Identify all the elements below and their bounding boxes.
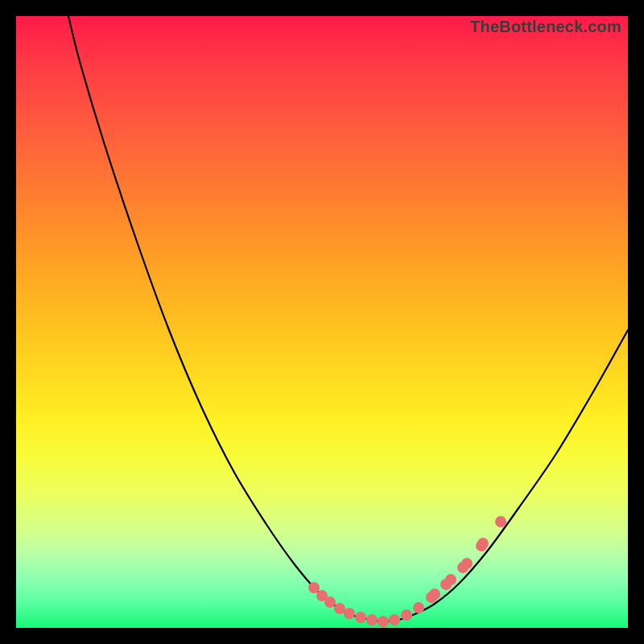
marker-group: [308, 516, 506, 627]
marker-dot: [429, 588, 440, 600]
bottleneck-curve: [68, 16, 628, 621]
marker-dot: [308, 582, 320, 593]
marker-dot: [401, 609, 412, 621]
chart-frame: TheBottleneck.com: [16, 16, 628, 628]
marker-dot: [477, 538, 489, 549]
marker-dot: [324, 597, 336, 608]
marker-dot: [445, 574, 456, 585]
curve-layer: [16, 16, 628, 628]
marker-dot: [413, 602, 424, 613]
marker-dot: [344, 608, 355, 619]
marker-dot: [334, 603, 345, 614]
marker-dot: [366, 614, 378, 625]
marker-dot: [461, 558, 473, 569]
marker-dot: [389, 614, 400, 625]
marker-dot: [355, 612, 366, 623]
marker-dot: [495, 516, 506, 527]
marker-dot: [378, 616, 389, 627]
